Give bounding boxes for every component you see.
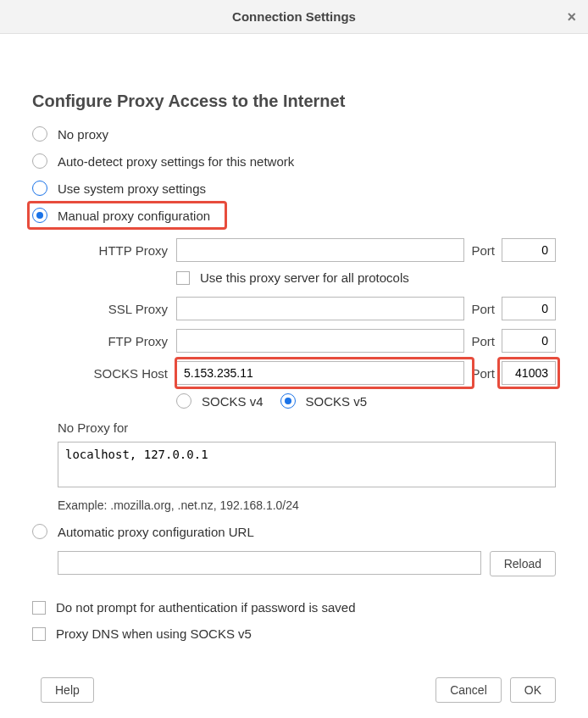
reload-button[interactable]: Reload bbox=[490, 551, 556, 576]
socks-host-label: SOCKS Host bbox=[58, 366, 176, 381]
radio-manual-label: Manual proxy configuration bbox=[58, 209, 210, 223]
ssl-port-input[interactable] bbox=[502, 297, 556, 320]
cancel-button[interactable]: Cancel bbox=[435, 677, 502, 703]
radio-use-system-label: Use system proxy settings bbox=[58, 181, 206, 196]
http-proxy-input[interactable] bbox=[176, 238, 464, 262]
radio-use-system[interactable] bbox=[32, 181, 47, 196]
check-proxy-dns-socks5-label: Proxy DNS when using SOCKS v5 bbox=[56, 626, 252, 641]
radio-socks-v5[interactable] bbox=[280, 393, 296, 409]
ftp-port-label: Port bbox=[464, 334, 502, 348]
check-proxy-dns-socks5[interactable] bbox=[32, 627, 46, 641]
radio-auto-config-url[interactable] bbox=[32, 524, 47, 539]
ftp-port-input[interactable] bbox=[502, 329, 556, 353]
radio-socks-v5-label: SOCKS v5 bbox=[306, 394, 368, 409]
socks-port-label: Port bbox=[464, 366, 502, 381]
http-port-input[interactable] bbox=[502, 238, 556, 262]
auto-config-url-input[interactable] bbox=[58, 551, 481, 575]
noproxy-for-label: No Proxy for bbox=[58, 420, 556, 435]
dialog-title: Connection Settings bbox=[232, 9, 356, 24]
http-proxy-label: HTTP Proxy bbox=[58, 243, 176, 258]
ftp-proxy-input[interactable] bbox=[176, 329, 464, 353]
ok-button[interactable]: OK bbox=[510, 677, 556, 703]
radio-auto-detect[interactable] bbox=[32, 153, 47, 169]
radio-auto-config-url-label: Automatic proxy configuration URL bbox=[58, 525, 254, 539]
ssl-port-label: Port bbox=[464, 302, 502, 316]
check-no-auth-prompt-label: Do not prompt for authentication if pass… bbox=[56, 600, 356, 615]
radio-no-proxy[interactable] bbox=[32, 126, 47, 142]
radio-manual[interactable] bbox=[32, 208, 47, 223]
socks-host-input[interactable] bbox=[176, 361, 464, 385]
ssl-proxy-input[interactable] bbox=[176, 297, 464, 320]
ftp-proxy-label: FTP Proxy bbox=[58, 334, 176, 348]
check-use-all-protocols[interactable] bbox=[176, 271, 190, 285]
ssl-proxy-label: SSL Proxy bbox=[58, 302, 176, 316]
radio-no-proxy-label: No proxy bbox=[58, 127, 108, 142]
radio-auto-detect-label: Auto-detect proxy settings for this netw… bbox=[58, 154, 294, 169]
dialog-titlebar: Connection Settings × bbox=[0, 0, 588, 34]
http-port-label: Port bbox=[464, 243, 502, 258]
socks-port-input[interactable] bbox=[502, 361, 556, 385]
close-icon[interactable]: × bbox=[567, 8, 576, 25]
section-heading: Configure Proxy Access to the Internet bbox=[32, 92, 556, 111]
radio-socks-v4-label: SOCKS v4 bbox=[202, 394, 263, 409]
noproxy-textarea[interactable] bbox=[58, 442, 556, 487]
radio-socks-v4[interactable] bbox=[176, 393, 191, 409]
check-no-auth-prompt[interactable] bbox=[32, 601, 46, 615]
noproxy-example: Example: .mozilla.org, .net.nz, 192.168.… bbox=[58, 498, 556, 512]
help-button[interactable]: Help bbox=[41, 677, 94, 703]
check-use-all-protocols-label: Use this proxy server for all protocols bbox=[200, 270, 409, 285]
